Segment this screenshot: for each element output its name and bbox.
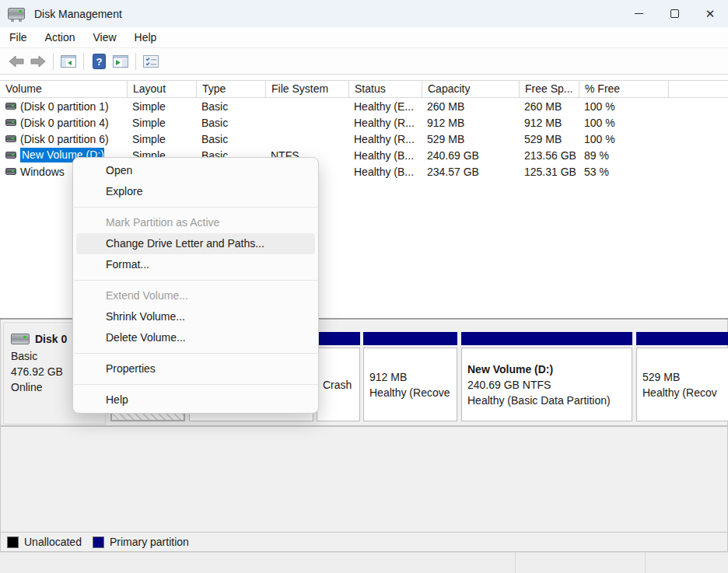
column-header-free-space[interactable]: Free Sp... xyxy=(520,81,579,97)
column-header-layout[interactable]: Layout xyxy=(128,81,197,97)
action-pane-icon xyxy=(113,55,128,68)
minimize-button[interactable] xyxy=(621,0,656,27)
partition-size: 529 MB xyxy=(642,369,723,385)
volume-name: (Disk 0 partition 6) xyxy=(20,133,109,145)
menu-item-help[interactable]: Help xyxy=(76,390,315,411)
pct-free-cell: 100 % xyxy=(579,100,669,113)
action-pane-button[interactable] xyxy=(110,51,131,72)
volume-context-menu: Open Explore Mark Partition as Active Ch… xyxy=(72,157,319,414)
legend-label-unallocated: Unallocated xyxy=(24,536,82,548)
pct-free-cell: 100 % xyxy=(579,117,669,129)
column-header-status[interactable]: Status xyxy=(349,81,422,97)
forward-button[interactable] xyxy=(27,51,49,72)
menu-view[interactable]: View xyxy=(84,28,124,47)
legend-bar: Unallocated Primary partition xyxy=(0,532,728,552)
partition-size: 240.69 GB NTFS xyxy=(467,377,626,393)
menu-bar: File Action View Help xyxy=(0,27,728,48)
volume-icon xyxy=(5,135,16,142)
status-cell: Healthy (R... xyxy=(349,117,422,129)
partition-color-bar xyxy=(363,332,457,345)
column-header-type[interactable]: Type xyxy=(197,81,266,97)
free-space-cell: 529 MB xyxy=(520,133,579,145)
close-button[interactable]: ✕ xyxy=(692,0,728,27)
maximize-button[interactable] xyxy=(656,0,692,27)
primary-partition-swatch xyxy=(93,536,104,548)
type-cell: Basic xyxy=(197,133,266,145)
partition-block-recovery-529[interactable]: 529 MB Healthy (Recov xyxy=(636,332,728,423)
menu-separator xyxy=(74,353,317,354)
minimize-icon xyxy=(635,13,643,14)
toolbar-separator xyxy=(135,53,136,70)
menu-file[interactable]: File xyxy=(1,28,36,47)
capacity-cell: 912 MB xyxy=(422,117,520,129)
view-options-icon xyxy=(143,55,159,68)
menu-separator xyxy=(74,280,317,281)
partition-title: New Volume (D:) xyxy=(467,362,626,377)
column-header-capacity[interactable]: Capacity xyxy=(422,81,520,97)
partition-block-crash[interactable]: Crash xyxy=(317,332,360,423)
window-title: Disk Management xyxy=(34,8,122,20)
status-cell: Healthy (R... xyxy=(349,133,422,145)
menu-separator xyxy=(74,384,317,385)
toolbar-separator xyxy=(83,53,84,70)
menu-item-explore[interactable]: Explore xyxy=(76,181,315,202)
menu-help[interactable]: Help xyxy=(126,28,166,47)
column-header-file-system[interactable]: File System xyxy=(266,81,349,97)
partition-size: 912 MB xyxy=(369,369,451,385)
table-row[interactable]: (Disk 0 partition 1) Simple Basic Health… xyxy=(0,98,728,114)
menu-item-extend-volume: Extend Volume... xyxy=(76,285,315,306)
free-space-cell: 260 MB xyxy=(520,100,579,113)
disk-management-window: Disk Management ✕ File Action View Help xyxy=(0,0,728,573)
close-icon: ✕ xyxy=(705,8,716,19)
layout-cell: Simple xyxy=(128,117,197,129)
table-row[interactable]: (Disk 0 partition 6) Simple Basic Health… xyxy=(0,131,728,147)
volume-name: Windows xyxy=(20,166,65,178)
partition-status: Healthy (Recov xyxy=(642,385,723,400)
disk-management-app-icon xyxy=(8,8,25,19)
capacity-cell: 234.57 GB xyxy=(422,166,520,178)
pct-free-cell: 89 % xyxy=(579,149,669,162)
window-controls: ✕ xyxy=(621,0,728,27)
console-tree-button[interactable] xyxy=(58,51,79,72)
volume-icon xyxy=(5,152,16,159)
partition-status: Healthy (Recove xyxy=(369,385,451,400)
toolbar: ? xyxy=(0,48,728,75)
free-space-cell: 213.56 GB xyxy=(520,149,579,162)
forward-arrow-icon xyxy=(30,55,47,68)
layout-cell: Simple xyxy=(128,100,197,113)
capacity-cell: 240.69 GB xyxy=(422,149,520,162)
toolbar-separator xyxy=(53,53,54,70)
type-cell: Basic xyxy=(197,100,266,113)
menu-item-change-drive-letter[interactable]: Change Drive Letter and Paths... xyxy=(76,233,315,254)
view-options-button[interactable] xyxy=(140,51,162,72)
menu-item-shrink-volume[interactable]: Shrink Volume... xyxy=(76,306,315,327)
volume-icon xyxy=(5,103,16,110)
disk-icon xyxy=(11,334,30,344)
disk-name: Disk 0 xyxy=(35,331,67,347)
partition-block-new-volume[interactable]: New Volume (D:) 240.69 GB NTFS Healthy (… xyxy=(461,332,632,423)
help-button[interactable]: ? xyxy=(88,51,110,72)
status-strip-divider xyxy=(645,553,646,573)
status-cell: Healthy (E... xyxy=(349,100,422,113)
column-header-pct-free[interactable]: % Free xyxy=(579,81,669,97)
partition-color-bar xyxy=(317,332,360,345)
menu-item-format[interactable]: Format... xyxy=(76,254,315,275)
partition-block-recovery-912[interactable]: 912 MB Healthy (Recove xyxy=(363,332,457,423)
partition-color-bar xyxy=(636,332,728,345)
menu-item-properties[interactable]: Properties xyxy=(76,358,315,379)
table-row[interactable]: (Disk 0 partition 4) Simple Basic Health… xyxy=(0,114,728,131)
pct-free-cell: 53 % xyxy=(579,166,669,178)
capacity-cell: 529 MB xyxy=(422,133,520,145)
menu-item-delete-volume[interactable]: Delete Volume... xyxy=(76,327,315,348)
menu-action[interactable]: Action xyxy=(37,28,84,47)
menu-item-open[interactable]: Open xyxy=(76,160,315,181)
status-strip-divider xyxy=(515,553,516,573)
volume-icon xyxy=(5,168,16,175)
help-icon: ? xyxy=(93,54,106,69)
maximize-icon xyxy=(670,9,679,18)
free-space-cell: 912 MB xyxy=(520,117,579,129)
back-button[interactable] xyxy=(5,51,27,72)
pct-free-cell: 100 % xyxy=(579,133,669,145)
menu-item-mark-partition-active: Mark Partition as Active xyxy=(76,212,315,233)
column-header-volume[interactable]: Volume xyxy=(0,81,128,97)
